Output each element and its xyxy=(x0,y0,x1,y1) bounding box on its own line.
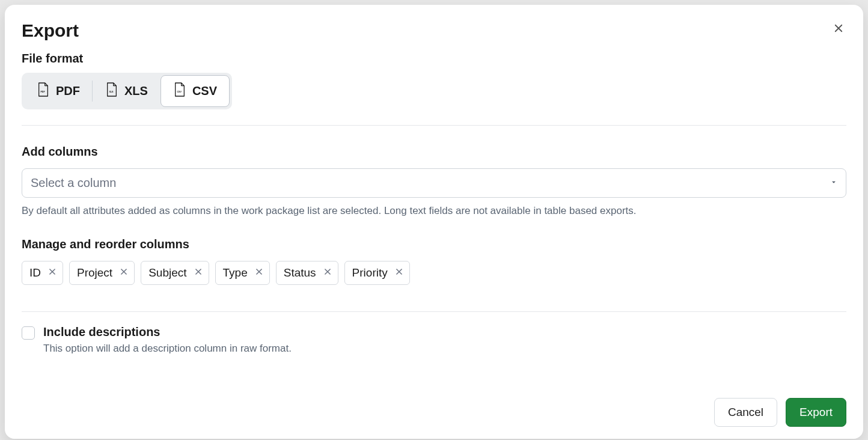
svg-text:PDF: PDF xyxy=(40,91,45,93)
close-icon xyxy=(323,267,332,278)
modal-header: Export xyxy=(22,20,846,41)
add-columns-hint: By default all attributes added as colum… xyxy=(22,204,846,218)
column-chip-label: ID xyxy=(29,266,41,280)
remove-column-type-button[interactable] xyxy=(255,267,263,278)
close-icon xyxy=(833,23,844,35)
column-chip-type[interactable]: Type xyxy=(215,261,270,285)
close-icon xyxy=(120,267,128,278)
include-descriptions-hint: This option will add a description colum… xyxy=(43,343,292,355)
cancel-button[interactable]: Cancel xyxy=(714,398,777,427)
remove-column-priority-button[interactable] xyxy=(395,267,403,278)
column-chip-label: Type xyxy=(223,266,248,280)
column-chip-id[interactable]: ID xyxy=(22,261,63,285)
column-chip-label: Priority xyxy=(352,266,388,280)
file-xls-icon: XLS xyxy=(105,82,118,100)
format-option-label: PDF xyxy=(56,84,80,98)
svg-text:CSV: CSV xyxy=(177,91,182,93)
add-columns-select[interactable]: Select a column xyxy=(22,168,846,198)
remove-column-project-button[interactable] xyxy=(120,267,128,278)
remove-column-id-button[interactable] xyxy=(48,267,57,278)
close-icon xyxy=(395,267,403,278)
column-chip-subject[interactable]: Subject xyxy=(141,261,209,285)
column-chip-project[interactable]: Project xyxy=(69,261,135,285)
close-icon xyxy=(48,267,57,278)
format-option-label: XLS xyxy=(124,84,148,98)
format-option-xls[interactable]: XLS XLS xyxy=(93,75,160,107)
modal-footer: Cancel Export xyxy=(22,386,846,427)
column-chip-priority[interactable]: Priority xyxy=(344,261,410,285)
close-button[interactable] xyxy=(831,20,846,38)
export-button[interactable]: Export xyxy=(786,398,846,427)
column-chip-status[interactable]: Status xyxy=(276,261,338,285)
include-descriptions-label: Include descriptions xyxy=(43,325,292,339)
format-option-csv[interactable]: CSV CSV xyxy=(160,75,230,107)
column-chip-label: Status xyxy=(284,266,316,280)
file-csv-icon: CSV xyxy=(173,82,186,100)
remove-column-status-button[interactable] xyxy=(323,267,332,278)
include-descriptions-checkbox[interactable] xyxy=(22,326,35,340)
divider xyxy=(22,125,846,126)
close-icon xyxy=(194,267,203,278)
svg-text:XLS: XLS xyxy=(109,91,114,93)
add-columns-select-wrap: Select a column xyxy=(22,168,846,198)
file-format-toggle-group: PDF PDF XLS XLS CSV CSV xyxy=(22,73,232,109)
add-columns-label: Add columns xyxy=(22,145,846,159)
include-descriptions-row: Include descriptions This option will ad… xyxy=(22,325,846,355)
column-chip-label: Project xyxy=(77,266,112,280)
format-option-pdf[interactable]: PDF PDF xyxy=(24,75,93,107)
file-format-label: File format xyxy=(22,52,846,66)
include-descriptions-text: Include descriptions This option will ad… xyxy=(43,325,292,355)
manage-columns-label: Manage and reorder columns xyxy=(22,237,846,251)
column-chip-label: Subject xyxy=(148,266,186,280)
add-columns-placeholder: Select a column xyxy=(31,176,116,189)
modal-backdrop: Export File format PDF PDF XLS XLS CSV C… xyxy=(0,0,868,440)
export-modal: Export File format PDF PDF XLS XLS CSV C… xyxy=(5,5,863,439)
format-option-label: CSV xyxy=(192,84,217,98)
modal-title: Export xyxy=(22,20,79,41)
file-pdf-icon: PDF xyxy=(37,82,50,100)
remove-column-subject-button[interactable] xyxy=(194,267,203,278)
divider xyxy=(22,311,846,312)
close-icon xyxy=(255,267,263,278)
column-chips: IDProjectSubjectTypeStatusPriority xyxy=(22,261,846,285)
